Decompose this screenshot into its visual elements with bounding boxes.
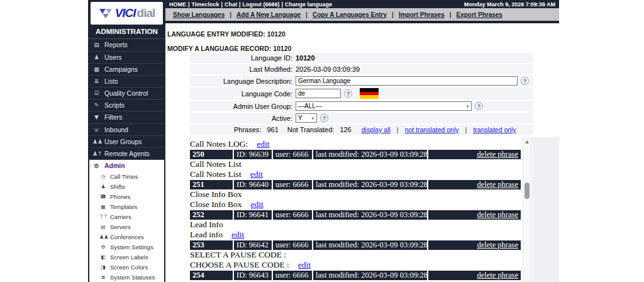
language-code-input[interactable] xyxy=(296,89,341,98)
sidebar-item-reports[interactable]: ▤ Reports xyxy=(88,39,165,51)
remote-agents-icon: ♟↑ xyxy=(92,150,101,157)
edit-phrase-link[interactable]: edit xyxy=(257,139,269,149)
vicidial-logo-mark xyxy=(99,8,114,19)
sidebar-item-label: Users xyxy=(104,54,121,61)
export-phrases-link[interactable]: Export Phrases xyxy=(457,11,502,18)
scroll-up-icon[interactable]: ▲ xyxy=(523,138,531,145)
sidebar-item-filters[interactable]: ▼ Filters xyxy=(88,111,165,123)
shifts-icon: ♟ xyxy=(99,184,107,189)
sidebar-item-remote-agents[interactable]: ♟↑ Remote Agents xyxy=(88,148,165,160)
import-phrases-link[interactable]: Import Phrases xyxy=(399,11,445,18)
help-icon[interactable]: ? xyxy=(344,89,352,98)
page-title: MODIFY A LANGUAGE RECORD: 10120 xyxy=(167,45,291,52)
reports-icon: ▤ xyxy=(92,42,101,48)
sidebar-item-label: Scripts xyxy=(104,101,125,109)
sidebar-subitem-system-settings[interactable]: ⚙ System Settings xyxy=(89,242,164,252)
display-all-link[interactable]: display all xyxy=(362,126,391,133)
sidebar-subitem-shifts[interactable]: ♟ Shifts xyxy=(89,181,164,191)
timeclock-link[interactable]: Timeclock xyxy=(192,1,219,8)
change-language-link[interactable]: Change language xyxy=(285,1,332,8)
right-margin-strip xyxy=(532,137,559,282)
language-description-input[interactable] xyxy=(296,76,518,86)
chevron-down-icon: ∨ xyxy=(311,116,314,121)
delete-phrase-link[interactable]: delete phrase xyxy=(477,180,518,189)
sidebar-subitem-templates[interactable]: ▦ Templates xyxy=(89,201,164,212)
translated-only-link[interactable]: translated only xyxy=(473,126,516,133)
phrase-list-scrollbar[interactable]: ▲ xyxy=(523,138,531,282)
logo-text-dial: dial xyxy=(137,6,155,20)
phrase-original: Close Info Box xyxy=(190,189,521,200)
call-times-icon: ◷ xyxy=(99,174,107,179)
sidebar-item-label: Quality Control xyxy=(104,89,148,97)
logout-link[interactable]: Logout (6666) xyxy=(242,1,279,8)
quality-control-icon: ☑ xyxy=(92,90,101,96)
edit-phrase-link[interactable]: edit xyxy=(298,260,311,269)
help-icon[interactable]: ? xyxy=(320,114,328,122)
home-link[interactable]: HOME xyxy=(169,1,186,8)
active-select[interactable]: Y ∨ xyxy=(296,113,317,123)
phrase-original: SELECT A PAUSE CODE : xyxy=(190,250,521,260)
sidebar-subitem-conferences[interactable]: ♟♟ Conferences xyxy=(89,232,164,242)
phrase-original: Call Notes List xyxy=(190,159,521,169)
vicidial-admin-page: VICIdial ADMINISTRATION ▤ Reports ♟ User… xyxy=(0,0,644,282)
scrollbar-thumb[interactable] xyxy=(525,183,530,199)
german-flag-icon xyxy=(360,88,379,99)
lists-icon: ≣ xyxy=(92,78,101,84)
sidebar-item-user-groups[interactable]: ♟♟ User Groups xyxy=(88,136,165,148)
delete-phrase-link[interactable]: delete phrase xyxy=(477,210,518,219)
sidebar-item-inbound[interactable]: ☏ Inbound xyxy=(88,124,165,136)
vicidial-logo[interactable]: VICIdial xyxy=(91,2,163,25)
show-languages-link[interactable]: Show Languages xyxy=(173,11,225,18)
users-icon: ♟ xyxy=(92,54,101,60)
filters-icon: ▼ xyxy=(92,114,101,120)
top-bar: HOME|Timeclock|Chat|Logout (6666)|Change… xyxy=(165,0,559,8)
delete-phrase-link[interactable]: delete phrase xyxy=(477,150,518,159)
help-icon[interactable]: ? xyxy=(521,77,529,85)
not-translated-only-link[interactable]: not translated only xyxy=(405,126,459,133)
top-bar-menu: HOME|Timeclock|Chat|Logout (6666)|Change… xyxy=(169,1,332,8)
admin-user-group-select[interactable]: ---ALL--- ∨ xyxy=(296,101,472,111)
edit-phrase-link[interactable]: edit xyxy=(251,200,264,209)
chat-link[interactable]: Chat xyxy=(225,1,237,8)
phrases-summary-row: Phrases: 961 Not Translated: 126 display… xyxy=(190,125,533,135)
edit-phrase-link[interactable]: edit xyxy=(250,169,263,179)
phrase-header-row: 253 ID: 96642 user: 6666 last modified: … xyxy=(190,240,521,250)
sidebar-item-quality-control[interactable]: ☑ Quality Control xyxy=(88,87,165,99)
inbound-icon: ☏ xyxy=(92,127,101,133)
carriers-icon: ⊤⊤ xyxy=(99,214,107,220)
sidebar-item-users[interactable]: ♟ Users xyxy=(88,52,165,64)
add-new-language-link[interactable]: Add A New Language xyxy=(236,11,301,18)
phrase-translated-partial: Call Notes LOG:edit xyxy=(190,139,521,149)
sidebar-subitem-servers[interactable]: ▤ Servers xyxy=(89,222,164,232)
form-row-language-description: Language Description: ? xyxy=(190,76,533,86)
sidebar-subitem-system-statuses[interactable]: ≣ System Statuses xyxy=(89,272,164,282)
phrase-header-row: 254 ID: 96643 user: 6666 last modified: … xyxy=(190,271,521,280)
sidebar-subitem-screen-colors[interactable]: ◨ Screen Colors xyxy=(89,262,164,272)
servers-icon: ▤ xyxy=(99,224,107,230)
sidebar-item-campaigns[interactable]: ▦ Campaigns xyxy=(88,64,165,76)
main-content: LANGUAGE ENTRY MODIFIED: 10120 MODIFY A … xyxy=(165,23,559,282)
sidebar-subitem-screen-labels[interactable]: ◧ Screen Labels xyxy=(89,252,164,262)
form-row-active: Active: Y ∨ ? xyxy=(190,113,533,123)
sidebar-subitem-phones[interactable]: ☎ Phones xyxy=(89,191,164,201)
phrase-original: Lead Info xyxy=(190,220,521,230)
copy-languages-entry-link[interactable]: Copy A Languages Entry xyxy=(313,11,387,18)
sidebar-item-lists[interactable]: ≣ Lists xyxy=(88,76,165,87)
status-message: LANGUAGE ENTRY MODIFIED: 10120 xyxy=(167,30,286,38)
delete-phrase-link[interactable]: delete phrase xyxy=(477,240,518,249)
form-row-admin-user-group: Admin User Group: ---ALL--- ∨ ? xyxy=(190,101,533,111)
last-modified-value: 2026-03-09 03:09:39 xyxy=(296,65,360,73)
language-id-value: 10120 xyxy=(296,54,315,62)
datetime-display: Monday March 9, 2026 7:09:39 AM xyxy=(464,1,555,8)
sidebar-item-admin[interactable]: ⚙ Admin xyxy=(89,160,164,171)
sidebar-subitem-call-times[interactable]: ◷ Call Times xyxy=(89,171,164,181)
edit-phrase-link[interactable]: edit xyxy=(231,230,244,239)
sidebar-subitem-carriers[interactable]: ⊤⊤ Carriers xyxy=(89,212,164,222)
sidebar-item-scripts[interactable]: ✎ Scripts xyxy=(88,99,165,111)
sidebar-item-label: Admin xyxy=(104,162,125,169)
delete-phrase-link[interactable]: delete phrase xyxy=(477,271,518,279)
phrases-count: 961 xyxy=(267,126,278,133)
help-icon[interactable]: ? xyxy=(475,102,483,110)
screen-labels-icon: ◧ xyxy=(99,254,107,260)
admin-gear-icon: ⚙ xyxy=(92,162,101,169)
